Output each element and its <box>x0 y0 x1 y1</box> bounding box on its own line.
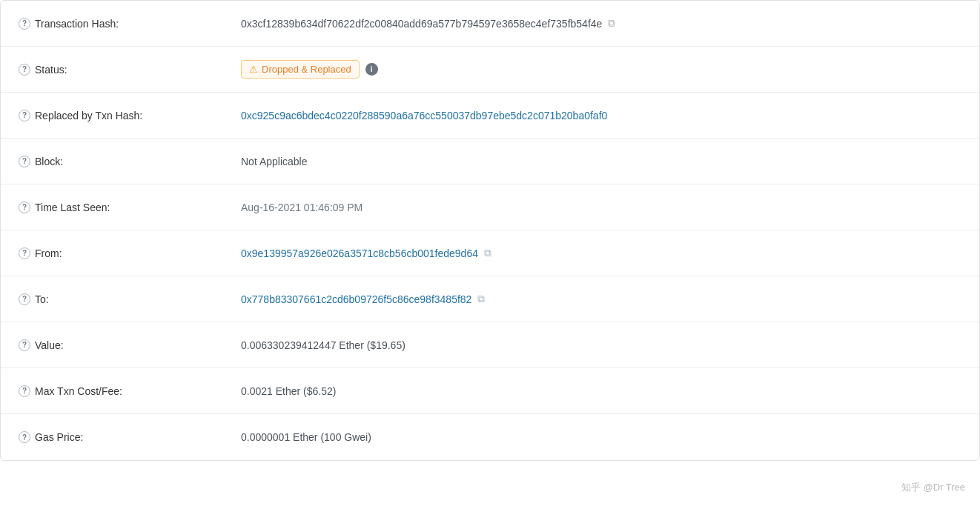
help-icon-block[interactable]: ? <box>19 156 30 167</box>
label-text-time-last-seen: Time Last Seen: <box>35 202 110 213</box>
help-icon-time-last-seen[interactable]: ? <box>19 202 30 213</box>
label-gas-price: ? Gas Price: <box>19 431 241 443</box>
label-text-to: To: <box>35 293 49 305</box>
row-time-last-seen: ? Time Last Seen: Aug-16-2021 01:46:09 P… <box>1 184 979 230</box>
help-icon-gas-price[interactable]: ? <box>19 431 30 443</box>
value-replaced-by: 0xc925c9ac6bdec4c0220f288590a6a76cc55003… <box>241 110 961 122</box>
help-icon-value[interactable]: ? <box>19 339 30 351</box>
label-text-gas-price: Gas Price: <box>35 431 83 443</box>
value-transaction-hash: 0x3cf12839b634df70622df2c00840add69a577b… <box>241 17 961 30</box>
label-text-value: Value: <box>35 339 64 351</box>
row-gas-price: ? Gas Price: 0.0000001 Ether (100 Gwei) <box>1 414 979 460</box>
copy-icon-to[interactable]: ⧉ <box>477 293 485 305</box>
status-badge-label: Dropped & Replaced <box>262 64 351 75</box>
warning-icon: ⚠ <box>249 64 258 75</box>
label-from: ? From: <box>19 247 241 259</box>
help-icon-from[interactable]: ? <box>19 247 30 259</box>
help-icon-to[interactable]: ? <box>19 293 30 305</box>
label-text-status: Status: <box>35 64 67 76</box>
copy-icon-transaction-hash[interactable]: ⧉ <box>608 17 615 30</box>
label-block: ? Block: <box>19 156 241 167</box>
help-icon-status[interactable]: ? <box>19 64 30 76</box>
time-value: Aug-16-2021 01:46:09 PM <box>241 202 362 213</box>
help-icon-max-txn-cost[interactable]: ? <box>19 385 30 397</box>
help-icon-transaction-hash[interactable]: ? <box>19 18 30 30</box>
info-icon-status[interactable]: i <box>365 63 378 76</box>
help-icon-replaced-by[interactable]: ? <box>19 110 30 122</box>
link-from[interactable]: 0x9e139957a926e026a3571c8cb56cb001fede9d… <box>241 247 478 259</box>
gas-price-value: 0.0000001 Ether (100 Gwei) <box>241 431 371 443</box>
value-max-txn-cost: 0.0021 Ether ($6.52) <box>241 385 961 397</box>
value-block: Not Applicable <box>241 156 961 167</box>
label-text-from: From: <box>35 247 62 259</box>
max-txn-cost-value: 0.0021 Ether ($6.52) <box>241 385 336 397</box>
hash-value-transaction-hash: 0x3cf12839b634df70622df2c00840add69a577b… <box>241 18 602 30</box>
label-text-replaced-by: Replaced by Txn Hash: <box>35 110 142 122</box>
row-block: ? Block: Not Applicable <box>1 139 979 184</box>
label-status: ? Status: <box>19 64 241 76</box>
value-from: 0x9e139957a926e026a3571c8cb56cb001fede9d… <box>241 247 961 259</box>
row-replaced-by: ? Replaced by Txn Hash: 0xc925c9ac6bdec4… <box>1 93 979 139</box>
ether-value: 0.006330239412447 Ether ($19.65) <box>241 339 405 351</box>
row-value: ? Value: 0.006330239412447 Ether ($19.65… <box>1 322 979 368</box>
value-to: 0x778b83307661c2cd6b09726f5c86ce98f3485f… <box>241 293 961 305</box>
label-transaction-hash: ? Transaction Hash: <box>19 18 241 30</box>
value-time-last-seen: Aug-16-2021 01:46:09 PM <box>241 202 961 213</box>
row-status: ? Status: ⚠ Dropped & Replaced i <box>1 47 979 93</box>
label-text-max-txn-cost: Max Txn Cost/Fee: <box>35 385 122 397</box>
row-from: ? From: 0x9e139957a926e026a3571c8cb56cb0… <box>1 230 979 276</box>
copy-icon-from[interactable]: ⧉ <box>484 247 491 259</box>
value-gas-price: 0.0000001 Ether (100 Gwei) <box>241 431 961 443</box>
label-time-last-seen: ? Time Last Seen: <box>19 202 241 213</box>
label-text-transaction-hash: Transaction Hash: <box>35 18 119 30</box>
value-value: 0.006330239412447 Ether ($19.65) <box>241 339 961 351</box>
label-replaced-by: ? Replaced by Txn Hash: <box>19 110 241 122</box>
link-replaced-by[interactable]: 0xc925c9ac6bdec4c0220f288590a6a76cc55003… <box>241 110 607 122</box>
label-to: ? To: <box>19 293 241 305</box>
row-max-txn-cost: ? Max Txn Cost/Fee: 0.0021 Ether ($6.52) <box>1 368 979 414</box>
link-to[interactable]: 0x778b83307661c2cd6b09726f5c86ce98f3485f… <box>241 293 471 305</box>
value-status: ⚠ Dropped & Replaced i <box>241 60 961 79</box>
label-text-block: Block: <box>35 156 63 167</box>
transaction-detail-table: ? Transaction Hash: 0x3cf12839b634df7062… <box>0 0 980 461</box>
row-to: ? To: 0x778b83307661c2cd6b09726f5c86ce98… <box>1 276 979 322</box>
block-value: Not Applicable <box>241 156 308 167</box>
status-badge: ⚠ Dropped & Replaced <box>241 60 360 79</box>
label-value: ? Value: <box>19 339 241 351</box>
label-max-txn-cost: ? Max Txn Cost/Fee: <box>19 385 241 397</box>
row-transaction-hash: ? Transaction Hash: 0x3cf12839b634df7062… <box>1 1 979 47</box>
